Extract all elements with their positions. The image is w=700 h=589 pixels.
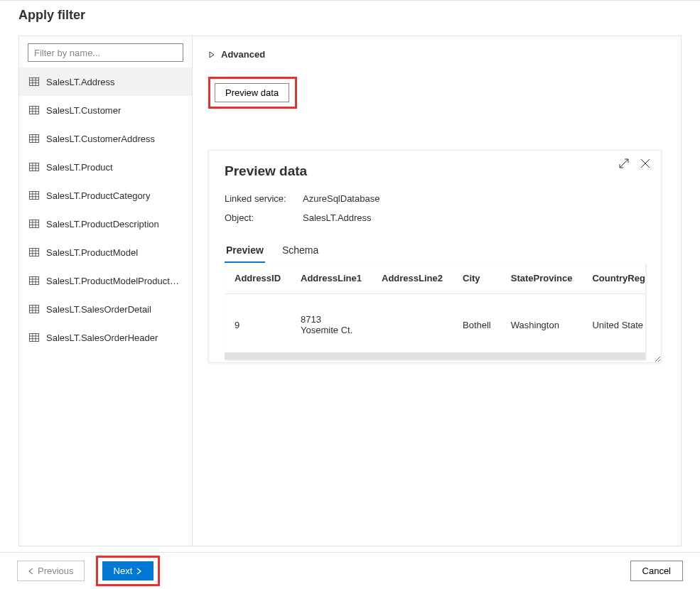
table-icon: [29, 333, 39, 342]
sidebar-item-label: SalesLT.Customer: [46, 105, 121, 116]
table-icon: [29, 162, 39, 172]
main-area: Advanced Preview data Preview data Linke…: [193, 36, 681, 546]
chevron-right-icon: [135, 568, 142, 575]
column-header[interactable]: AddressLine1: [291, 263, 372, 294]
sidebar-item-label: SalesLT.Product: [46, 162, 113, 173]
tab-schema[interactable]: Schema: [281, 239, 320, 263]
sidebar-item[interactable]: SalesLT.ProductModelProductDe...: [19, 266, 192, 295]
sidebar-item-label: SalesLT.ProductCategory: [46, 190, 150, 201]
table-icon: [29, 219, 39, 229]
svg-rect-20: [30, 192, 39, 200]
sidebar-item-label: SalesLT.SalesOrderDetail: [46, 304, 151, 315]
advanced-toggle[interactable]: Advanced: [208, 49, 265, 60]
column-header[interactable]: StateProvince: [501, 263, 583, 294]
table-icon: [29, 304, 39, 314]
sidebar-item[interactable]: SalesLT.Product: [19, 153, 192, 181]
sidebar-item[interactable]: SalesLT.ProductModel: [19, 238, 192, 266]
sidebar-item-label: SalesLT.ProductDescription: [46, 219, 159, 229]
table-icon: [29, 134, 39, 144]
horizontal-scrollbar[interactable]: [225, 352, 645, 360]
column-header[interactable]: City: [453, 263, 501, 294]
table-icon: [29, 276, 39, 286]
data-table-wrap: AddressIDAddressLine1AddressLine2CitySta…: [225, 263, 645, 360]
svg-rect-30: [30, 249, 39, 256]
preview-panel: Preview data Linked service: AzureSqlDat…: [208, 150, 662, 363]
column-header[interactable]: AddressID: [225, 263, 291, 294]
table-cell: Bothell: [453, 294, 501, 356]
table-icon: [29, 247, 39, 257]
sidebar-item[interactable]: SalesLT.Customer: [19, 96, 192, 124]
sidebar-item[interactable]: SalesLT.ProductDescription: [19, 210, 192, 238]
cancel-button[interactable]: Cancel: [630, 561, 683, 581]
sidebar-item[interactable]: SalesLT.ProductCategory: [19, 181, 192, 210]
table-icon: [29, 105, 39, 115]
preview-panel-title: Preview data: [225, 163, 645, 179]
preview-data-table: AddressIDAddressLine1AddressLine2CitySta…: [225, 263, 645, 355]
sidebar-item[interactable]: SalesLT.SalesOrderDetail: [19, 295, 192, 323]
previous-button[interactable]: Previous: [17, 561, 85, 581]
table-row: 98713 Yosemite Ct.BothellWashingtonUnite…: [225, 294, 645, 356]
object-value: SalesLT.Address: [303, 212, 372, 223]
sidebar: SalesLT.AddressSalesLT.CustomerSalesLT.C…: [19, 36, 193, 546]
sidebar-item-label: SalesLT.ProductModel: [46, 247, 138, 258]
chevron-left-icon: [28, 568, 35, 575]
side-list: SalesLT.AddressSalesLT.CustomerSalesLT.C…: [19, 67, 192, 352]
table-cell: 9: [225, 294, 291, 356]
sidebar-item-label: SalesLT.SalesOrderHeader: [46, 333, 158, 343]
sidebar-item-label: SalesLT.CustomerAddress: [46, 134, 155, 144]
sidebar-item[interactable]: SalesLT.Address: [19, 67, 192, 96]
close-icon[interactable]: [640, 158, 651, 169]
expand-icon[interactable]: [618, 158, 630, 169]
footer: Previous Next Cancel: [0, 552, 700, 589]
sidebar-item[interactable]: SalesLT.SalesOrderHeader: [19, 323, 192, 352]
advanced-label: Advanced: [221, 49, 265, 60]
table-icon: [29, 190, 39, 200]
sidebar-item-label: SalesLT.Address: [46, 77, 115, 87]
page-title: Apply filter: [0, 1, 700, 36]
content-box: SalesLT.AddressSalesLT.CustomerSalesLT.C…: [18, 36, 682, 546]
svg-rect-15: [30, 163, 39, 171]
sidebar-item-label: SalesLT.ProductModelProductDe...: [46, 276, 182, 286]
linked-service-label: Linked service:: [225, 193, 294, 204]
previous-label: Previous: [38, 566, 74, 576]
svg-rect-40: [30, 306, 39, 313]
filter-input[interactable]: [28, 43, 183, 62]
table-cell: 8713 Yosemite Ct.: [291, 294, 372, 356]
preview-tabs: Preview Schema: [225, 239, 645, 263]
column-header[interactable]: AddressLine2: [372, 263, 453, 294]
svg-rect-0: [30, 78, 39, 86]
tab-preview[interactable]: Preview: [225, 239, 265, 263]
svg-rect-10: [30, 135, 39, 143]
preview-data-button[interactable]: Preview data: [215, 83, 289, 102]
next-button[interactable]: Next: [102, 561, 154, 580]
object-label: Object:: [225, 212, 294, 223]
svg-rect-25: [30, 220, 39, 228]
table-cell: [372, 294, 453, 356]
svg-rect-45: [30, 334, 39, 342]
table-cell: United State: [582, 294, 645, 356]
next-label: Next: [114, 566, 133, 576]
table-icon: [29, 77, 39, 87]
sidebar-item[interactable]: SalesLT.CustomerAddress: [19, 124, 192, 153]
linked-service-value: AzureSqlDatabase: [303, 193, 379, 204]
next-button-highlight: Next: [96, 556, 161, 586]
column-header[interactable]: CountryReg: [582, 263, 645, 294]
chevron-right-icon: [208, 51, 215, 58]
svg-rect-5: [30, 107, 39, 114]
svg-rect-35: [30, 277, 39, 285]
preview-button-highlight: Preview data: [208, 77, 297, 109]
table-cell: Washington: [501, 294, 583, 356]
